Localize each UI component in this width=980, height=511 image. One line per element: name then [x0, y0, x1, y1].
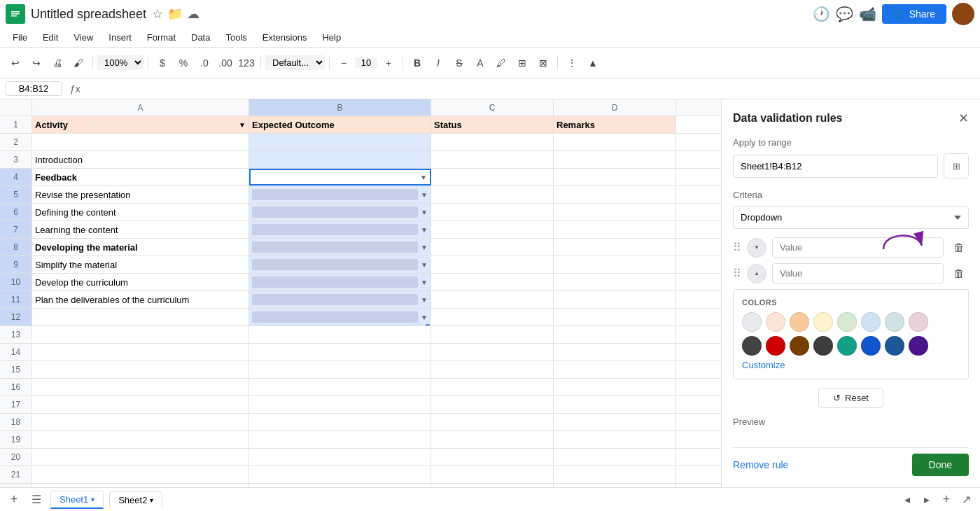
cell-b9[interactable]: ▼ — [249, 256, 431, 273]
cell-d10[interactable] — [554, 274, 676, 290]
bold-button[interactable]: B — [407, 53, 427, 73]
menu-file[interactable]: File — [6, 31, 34, 44]
cell-b10[interactable]: ▼ — [249, 274, 431, 290]
scroll-right-button[interactable]: ▸ — [918, 491, 935, 508]
color-blue-dark[interactable] — [861, 336, 881, 356]
cell-c7[interactable] — [431, 221, 554, 238]
font-selector[interactable]: Default... — [265, 55, 325, 70]
redo-button[interactable]: ↪ — [27, 53, 46, 73]
cell-d11[interactable] — [554, 291, 676, 308]
menu-tools[interactable]: Tools — [218, 31, 253, 44]
cell-b12[interactable]: ▼ — [249, 309, 431, 326]
cell-c2[interactable] — [431, 134, 554, 150]
customize-link[interactable]: Customize — [742, 360, 960, 370]
range-grid-button[interactable]: ⊞ — [944, 153, 969, 178]
range-input[interactable] — [733, 155, 938, 178]
sheet-list-button[interactable]: ☰ — [28, 491, 45, 508]
expand-button[interactable]: ↗ — [958, 491, 974, 508]
resize-handle[interactable] — [425, 324, 430, 326]
cell-c12[interactable] — [431, 309, 554, 326]
cell-b11[interactable]: ▼ — [249, 291, 431, 308]
color-green-light[interactable] — [837, 312, 857, 332]
decrease-font-button[interactable]: − — [334, 53, 354, 73]
cell-c8[interactable] — [431, 239, 554, 255]
avatar[interactable] — [952, 3, 974, 25]
delete-value-2-button[interactable]: 🗑 — [949, 264, 969, 284]
color-gray-light[interactable] — [742, 312, 762, 332]
cell-b8[interactable]: ▼ — [249, 239, 431, 255]
menu-format[interactable]: Format — [140, 31, 183, 44]
color-swatch-1[interactable]: ▼ — [747, 238, 766, 258]
cell-b1[interactable]: Expected Outcome — [249, 116, 431, 133]
cell-c9[interactable] — [431, 256, 554, 273]
cell-a6[interactable]: Defining the content — [32, 204, 249, 220]
percent-button[interactable]: % — [174, 53, 193, 73]
meet-icon[interactable]: 📹 — [859, 6, 876, 22]
print-button[interactable]: 🖨 — [48, 53, 67, 73]
strikethrough-button[interactable]: S — [449, 53, 469, 73]
cell-d4[interactable] — [554, 169, 676, 186]
cell-d6[interactable] — [554, 204, 676, 220]
remove-rule-button[interactable]: Remove rule — [733, 459, 788, 470]
color-teal-light[interactable] — [885, 312, 904, 332]
scroll-left-button[interactable]: ◂ — [899, 491, 916, 508]
cell-a8[interactable]: Developing the material — [32, 239, 249, 255]
cell-d3[interactable] — [554, 151, 676, 168]
cell-b6[interactable]: ▼ — [249, 204, 431, 220]
cell-c11[interactable] — [431, 291, 554, 308]
cell-c10[interactable] — [431, 274, 554, 290]
cell-a2[interactable] — [32, 134, 249, 150]
cell-a7[interactable]: Learning the content — [32, 221, 249, 238]
cell-a4[interactable]: Feedback — [32, 169, 249, 186]
add-sheet-right-button[interactable]: + — [938, 491, 955, 508]
format-123-button[interactable]: 123 — [237, 53, 256, 73]
drag-handle-icon[interactable]: ⠿ — [733, 267, 741, 280]
color-orange-light[interactable] — [790, 312, 809, 332]
cell-a1[interactable]: Activity ▼ — [32, 116, 249, 133]
italic-button[interactable]: I — [428, 53, 448, 73]
color-red-dark[interactable] — [766, 336, 785, 356]
star-icon[interactable]: ☆ — [152, 6, 163, 22]
more-toolbar-btn[interactable]: ⋮ — [562, 53, 582, 73]
col-header-d[interactable]: D — [554, 99, 676, 115]
cell-d5[interactable] — [554, 186, 676, 203]
folder-icon[interactable]: 📁 — [167, 6, 183, 22]
decrease-decimal-button[interactable]: .0 — [195, 53, 214, 73]
cloud-icon[interactable]: ☁ — [187, 6, 200, 22]
color-brown-dark[interactable] — [790, 336, 809, 356]
cell-a3[interactable]: Introduction — [32, 151, 249, 168]
undo-button[interactable]: ↩ — [6, 53, 25, 73]
delete-value-1-button[interactable]: 🗑 — [949, 238, 969, 258]
collapse-toolbar-btn[interactable]: ▲ — [583, 53, 603, 73]
cell-d2[interactable] — [554, 134, 676, 150]
menu-extensions[interactable]: Extensions — [255, 31, 314, 44]
cell-a5[interactable]: Revise the presentation — [32, 186, 249, 203]
cell-b2[interactable] — [249, 134, 431, 150]
color-yellow-light[interactable] — [813, 312, 833, 332]
paint-format-button[interactable]: 🖌 — [69, 53, 88, 73]
cell-reference-input[interactable] — [6, 81, 62, 96]
borders-button[interactable]: ⊞ — [512, 53, 532, 73]
comment-icon[interactable]: 💬 — [836, 6, 853, 22]
menu-data[interactable]: Data — [184, 31, 217, 44]
cell-a10[interactable]: Develop the curriculum — [32, 274, 249, 290]
cell-b4[interactable]: ▼ — [249, 169, 431, 186]
criteria-type-select[interactable]: Dropdown — [733, 206, 969, 229]
color-swatch-2[interactable]: ▲ — [747, 264, 766, 284]
history-icon[interactable]: 🕐 — [813, 6, 830, 22]
menu-help[interactable]: Help — [315, 31, 348, 44]
add-sheet-button[interactable]: + — [6, 491, 22, 508]
menu-edit[interactable]: Edit — [36, 31, 65, 44]
increase-font-button[interactable]: + — [379, 53, 398, 73]
color-blue-light[interactable] — [861, 312, 881, 332]
cell-a11[interactable]: Plan the deliverables of the curriculum — [32, 291, 249, 308]
zoom-selector[interactable]: 100% — [97, 55, 144, 70]
cell-a12[interactable] — [32, 309, 249, 326]
cell-c4[interactable] — [431, 169, 554, 186]
menu-insert[interactable]: Insert — [102, 31, 139, 44]
cell-b7[interactable]: ▼ — [249, 221, 431, 238]
reset-button[interactable]: ↺ Reset — [818, 388, 883, 408]
fill-color-button[interactable]: 🖊 — [491, 53, 511, 73]
cell-b5[interactable]: ▼ — [249, 186, 431, 203]
increase-decimal-button[interactable]: .00 — [216, 53, 235, 73]
